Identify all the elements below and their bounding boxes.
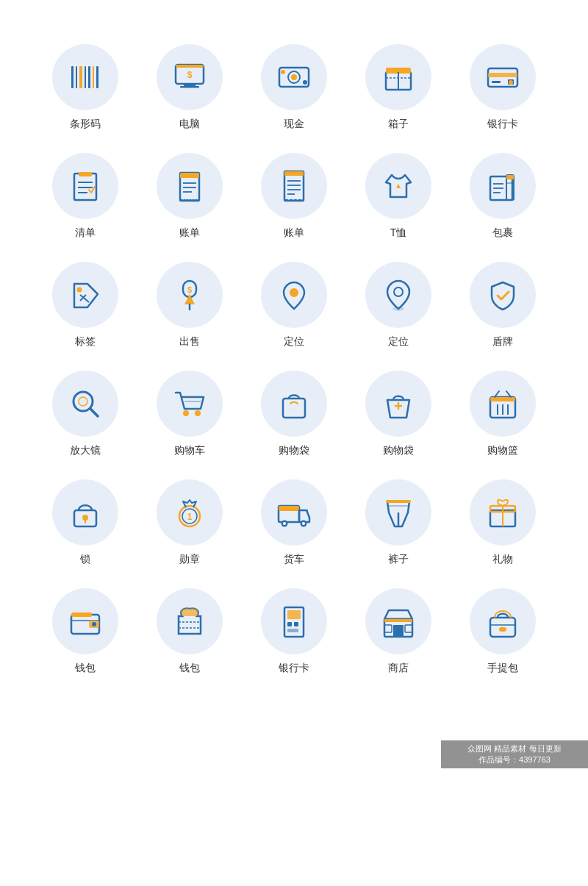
- lock-icon: [67, 494, 104, 531]
- icon-label-basket: 购物篮: [487, 444, 518, 457]
- icon-item-computer: $ 电脑: [141, 44, 238, 131]
- package-icon: [484, 168, 521, 204]
- icon-label-bill2: 账单: [284, 226, 304, 240]
- icon-label-truck: 货车: [284, 553, 304, 566]
- svg-rect-5: [93, 66, 94, 88]
- svg-point-25: [509, 80, 513, 85]
- svg-point-56: [290, 288, 298, 297]
- icon-item-bank-card: 银行卡: [454, 44, 551, 131]
- svg-point-63: [183, 410, 189, 416]
- svg-point-16: [303, 80, 307, 85]
- icon-circle-bank-card: [470, 44, 536, 110]
- icon-circle-checklist: [52, 153, 118, 219]
- icon-item-bag1: 购物袋: [245, 371, 343, 457]
- svg-rect-48: [506, 182, 514, 184]
- icon-circle-magnifier: [52, 371, 118, 437]
- watermark-line2: 作品编号：4397763: [447, 754, 582, 765]
- svg-rect-101: [294, 622, 298, 626]
- icon-item-sale: $ 出售: [141, 262, 238, 349]
- icon-circle-barcode: [52, 44, 118, 110]
- icon-label-pants: 裤子: [388, 553, 409, 566]
- svg-point-83: [283, 522, 286, 525]
- icon-label-bag2: 购物袋: [383, 444, 414, 457]
- icon-item-magnifier: 放大镜: [37, 371, 134, 457]
- magnifier-icon: [67, 385, 104, 422]
- icon-label-bag1: 购物袋: [279, 444, 309, 457]
- icon-circle-medal: 1: [157, 479, 223, 546]
- svg-text:$: $: [187, 70, 193, 80]
- icon-item-bag2: 购物袋: [350, 371, 447, 457]
- shield-icon: [484, 276, 521, 313]
- tshirt-icon: [380, 168, 417, 204]
- svg-rect-10: [180, 86, 199, 88]
- svg-rect-4: [88, 66, 90, 88]
- icon-circle-bill1: [157, 153, 223, 219]
- icon-item-bill1: 账单: [141, 153, 238, 240]
- icon-label-bill1: 账单: [179, 226, 200, 240]
- cart-icon: [171, 385, 208, 422]
- svg-rect-32: [180, 173, 199, 178]
- svg-text:1: 1: [187, 512, 193, 522]
- svg-rect-81: [279, 506, 299, 511]
- icon-label-checklist: 清单: [75, 226, 96, 240]
- icon-label-box: 箱子: [388, 118, 409, 131]
- icon-label-location1: 定位: [284, 335, 304, 349]
- icon-label-cash: 现金: [284, 118, 304, 131]
- svg-rect-100: [287, 622, 292, 626]
- location2-icon: [380, 276, 417, 313]
- icon-grid: 条形码 $ 电脑 现金: [37, 44, 551, 675]
- svg-rect-0: [71, 66, 74, 88]
- icon-label-sale: 出售: [179, 335, 200, 349]
- icon-item-location1: 定位: [245, 262, 343, 349]
- icon-circle-package: [470, 153, 536, 219]
- icon-item-shop: 商店: [350, 588, 447, 675]
- icon-circle-shield: [470, 262, 536, 328]
- icon-item-cash: 现金: [245, 44, 343, 131]
- icon-label-wallet2: 钱包: [179, 662, 200, 675]
- icon-item-cart: 购物车: [141, 371, 238, 457]
- icon-circle-pants: [365, 479, 431, 546]
- icon-circle-truck: [261, 479, 327, 546]
- icon-circle-cash: [261, 44, 327, 110]
- svg-point-57: [394, 287, 403, 296]
- shop-icon: [380, 603, 417, 640]
- svg-point-49: [77, 287, 82, 293]
- svg-rect-23: [492, 81, 501, 83]
- svg-rect-95: [71, 612, 92, 617]
- icon-circle-wallet1: [52, 588, 118, 654]
- bank-card-icon: [484, 59, 521, 96]
- icon-item-shield: 盾牌: [454, 262, 551, 349]
- gift-icon: [484, 494, 521, 531]
- icon-label-medal: 勋章: [179, 553, 200, 566]
- box-icon: [380, 59, 417, 96]
- cash-icon: [276, 59, 312, 96]
- location1-icon: [276, 276, 312, 313]
- wallet1-icon: [67, 603, 104, 640]
- icon-circle-shop: [365, 588, 431, 654]
- icon-circle-bag1: [261, 371, 327, 437]
- icon-circle-atm: [261, 588, 327, 654]
- icon-item-tag: 标签: [37, 262, 134, 349]
- icon-item-box: 箱子: [350, 44, 447, 131]
- icon-label-magnifier: 放大镜: [70, 444, 101, 457]
- svg-point-75: [82, 515, 88, 521]
- icon-label-tshirt: T恤: [390, 226, 407, 240]
- icon-circle-wallet2: [157, 588, 223, 654]
- svg-rect-27: [79, 172, 92, 176]
- icon-item-wallet1: 钱包: [37, 588, 134, 675]
- basket-icon: [484, 385, 521, 422]
- svg-rect-2: [79, 66, 82, 88]
- svg-point-14: [291, 74, 297, 80]
- watermark: 众图网 精品素材 每日更新 作品编号：4397763: [441, 740, 588, 768]
- icon-circle-bag2: [365, 371, 431, 437]
- watermark-line1: 众图网 精品素材 每日更新: [447, 743, 582, 754]
- icon-item-gift: 礼物: [454, 479, 551, 566]
- icon-item-location2: 定位: [350, 262, 447, 349]
- icon-item-tshirt: T恤: [350, 153, 447, 240]
- icon-circle-tag: [52, 262, 118, 328]
- svg-point-62: [79, 397, 87, 406]
- icon-item-wallet2: 钱包: [141, 588, 238, 675]
- svg-rect-3: [85, 66, 86, 88]
- icon-label-handbag: 手提包: [487, 662, 518, 675]
- svg-text:$: $: [187, 285, 192, 294]
